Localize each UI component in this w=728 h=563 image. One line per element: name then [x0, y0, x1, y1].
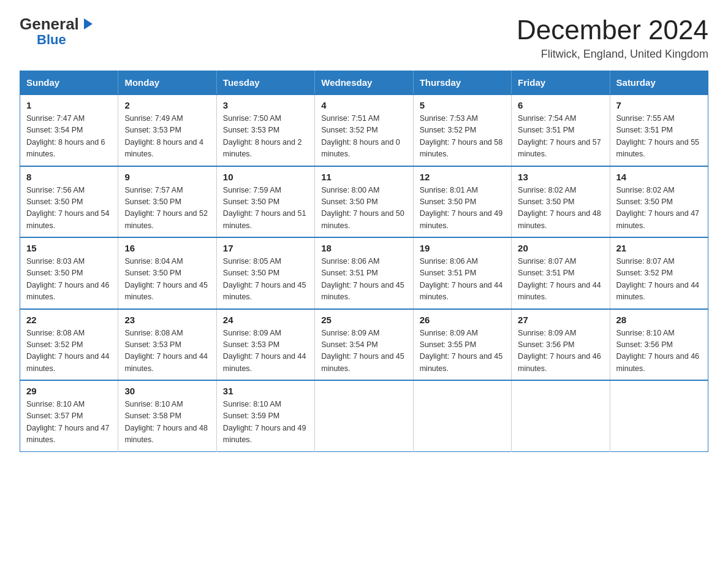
day-number: 12 [420, 172, 505, 182]
col-thursday: Thursday [413, 71, 511, 95]
calendar-cell: 31 Sunrise: 8:10 AMSunset: 3:59 PMDaylig… [216, 380, 314, 451]
calendar-cell: 1 Sunrise: 7:47 AMSunset: 3:54 PMDayligh… [20, 94, 118, 166]
day-info: Sunrise: 7:53 AMSunset: 3:52 PMDaylight:… [420, 113, 505, 161]
col-saturday: Saturday [610, 71, 708, 95]
day-info: Sunrise: 7:54 AMSunset: 3:51 PMDaylight:… [518, 113, 603, 161]
day-number: 8 [26, 172, 112, 182]
calendar-header-row: Sunday Monday Tuesday Wednesday Thursday… [20, 71, 708, 95]
logo-general-text: General [20, 16, 79, 32]
col-monday: Monday [118, 71, 216, 95]
day-info: Sunrise: 8:06 AMSunset: 3:51 PMDaylight:… [321, 256, 406, 304]
calendar-cell: 12 Sunrise: 8:01 AMSunset: 3:50 PMDaylig… [413, 166, 511, 238]
calendar-cell: 15 Sunrise: 8:03 AMSunset: 3:50 PMDaylig… [20, 237, 118, 309]
calendar-cell [413, 380, 511, 451]
logo-arrow-icon [82, 17, 95, 31]
page-header: General Blue December 2024 Flitwick, Eng… [20, 15, 708, 61]
day-info: Sunrise: 7:55 AMSunset: 3:51 PMDaylight:… [616, 113, 702, 161]
logo-blue-text: Blue [37, 32, 66, 48]
calendar-week-row: 1 Sunrise: 7:47 AMSunset: 3:54 PMDayligh… [20, 94, 708, 166]
day-info: Sunrise: 8:09 AMSunset: 3:53 PMDaylight:… [223, 327, 308, 375]
calendar-cell: 14 Sunrise: 8:02 AMSunset: 3:50 PMDaylig… [610, 166, 708, 238]
calendar-cell: 11 Sunrise: 8:00 AMSunset: 3:50 PMDaylig… [315, 166, 413, 238]
day-info: Sunrise: 8:10 AMSunset: 3:56 PMDaylight:… [616, 327, 702, 375]
col-wednesday: Wednesday [315, 71, 413, 95]
day-number: 28 [616, 315, 702, 325]
day-number: 7 [616, 100, 702, 110]
calendar-cell [610, 380, 708, 451]
calendar-cell: 30 Sunrise: 8:10 AMSunset: 3:58 PMDaylig… [118, 380, 216, 451]
day-number: 23 [124, 315, 210, 325]
day-info: Sunrise: 8:10 AMSunset: 3:58 PMDaylight:… [124, 399, 210, 446]
day-number: 30 [124, 386, 210, 396]
day-info: Sunrise: 8:01 AMSunset: 3:50 PMDaylight:… [420, 185, 505, 232]
calendar-cell [512, 380, 610, 451]
calendar-week-row: 15 Sunrise: 8:03 AMSunset: 3:50 PMDaylig… [20, 237, 708, 309]
day-number: 16 [124, 243, 210, 253]
svg-marker-0 [84, 18, 93, 29]
day-number: 14 [616, 172, 702, 182]
col-tuesday: Tuesday [216, 71, 314, 95]
title-section: December 2024 Flitwick, England, United … [517, 15, 708, 61]
day-number: 2 [124, 100, 210, 110]
day-info: Sunrise: 8:05 AMSunset: 3:50 PMDaylight:… [223, 256, 308, 304]
calendar-cell: 13 Sunrise: 8:02 AMSunset: 3:50 PMDaylig… [512, 166, 610, 238]
calendar-cell: 27 Sunrise: 8:09 AMSunset: 3:56 PMDaylig… [512, 309, 610, 381]
day-info: Sunrise: 8:00 AMSunset: 3:50 PMDaylight:… [321, 185, 406, 232]
day-info: Sunrise: 7:56 AMSunset: 3:50 PMDaylight:… [26, 185, 112, 232]
calendar-cell: 20 Sunrise: 8:07 AMSunset: 3:51 PMDaylig… [512, 237, 610, 309]
day-number: 26 [420, 315, 505, 325]
day-info: Sunrise: 8:02 AMSunset: 3:50 PMDaylight:… [518, 185, 603, 232]
day-number: 9 [124, 172, 210, 182]
calendar-cell: 19 Sunrise: 8:06 AMSunset: 3:51 PMDaylig… [413, 237, 511, 309]
day-info: Sunrise: 8:08 AMSunset: 3:53 PMDaylight:… [124, 327, 210, 375]
day-info: Sunrise: 8:10 AMSunset: 3:57 PMDaylight:… [26, 399, 112, 446]
day-number: 18 [321, 243, 406, 253]
day-number: 10 [223, 172, 308, 182]
calendar-cell: 22 Sunrise: 8:08 AMSunset: 3:52 PMDaylig… [20, 309, 118, 381]
day-number: 6 [518, 100, 603, 110]
day-info: Sunrise: 8:04 AMSunset: 3:50 PMDaylight:… [124, 256, 210, 304]
calendar-cell: 5 Sunrise: 7:53 AMSunset: 3:52 PMDayligh… [413, 94, 511, 166]
calendar-cell: 6 Sunrise: 7:54 AMSunset: 3:51 PMDayligh… [512, 94, 610, 166]
calendar-cell [315, 380, 413, 451]
day-number: 4 [321, 100, 406, 110]
day-info: Sunrise: 8:09 AMSunset: 3:56 PMDaylight:… [518, 327, 603, 375]
calendar-title: December 2024 [517, 15, 708, 45]
day-info: Sunrise: 7:57 AMSunset: 3:50 PMDaylight:… [124, 185, 210, 232]
day-number: 1 [26, 100, 112, 110]
calendar-week-row: 22 Sunrise: 8:08 AMSunset: 3:52 PMDaylig… [20, 309, 708, 381]
calendar-cell: 28 Sunrise: 8:10 AMSunset: 3:56 PMDaylig… [610, 309, 708, 381]
day-number: 24 [223, 315, 308, 325]
day-info: Sunrise: 8:10 AMSunset: 3:59 PMDaylight:… [223, 399, 308, 446]
day-info: Sunrise: 8:06 AMSunset: 3:51 PMDaylight:… [420, 256, 505, 304]
calendar-week-row: 8 Sunrise: 7:56 AMSunset: 3:50 PMDayligh… [20, 166, 708, 238]
calendar-cell: 9 Sunrise: 7:57 AMSunset: 3:50 PMDayligh… [118, 166, 216, 238]
day-info: Sunrise: 7:50 AMSunset: 3:53 PMDaylight:… [223, 113, 308, 161]
calendar-cell: 7 Sunrise: 7:55 AMSunset: 3:51 PMDayligh… [610, 94, 708, 166]
day-info: Sunrise: 8:07 AMSunset: 3:51 PMDaylight:… [518, 256, 603, 304]
day-number: 29 [26, 386, 112, 396]
day-info: Sunrise: 8:08 AMSunset: 3:52 PMDaylight:… [26, 327, 112, 375]
calendar-cell: 16 Sunrise: 8:04 AMSunset: 3:50 PMDaylig… [118, 237, 216, 309]
calendar-subtitle: Flitwick, England, United Kingdom [517, 48, 708, 61]
calendar-cell: 29 Sunrise: 8:10 AMSunset: 3:57 PMDaylig… [20, 380, 118, 451]
calendar-cell: 24 Sunrise: 8:09 AMSunset: 3:53 PMDaylig… [216, 309, 314, 381]
day-number: 3 [223, 100, 308, 110]
day-number: 31 [223, 386, 308, 396]
day-info: Sunrise: 7:49 AMSunset: 3:53 PMDaylight:… [124, 113, 210, 161]
day-number: 19 [420, 243, 505, 253]
logo: General Blue [20, 15, 95, 48]
col-friday: Friday [512, 71, 610, 95]
day-number: 22 [26, 315, 112, 325]
day-number: 15 [26, 243, 112, 253]
day-info: Sunrise: 8:02 AMSunset: 3:50 PMDaylight:… [616, 185, 702, 232]
calendar-week-row: 29 Sunrise: 8:10 AMSunset: 3:57 PMDaylig… [20, 380, 708, 451]
day-info: Sunrise: 8:03 AMSunset: 3:50 PMDaylight:… [26, 256, 112, 304]
col-sunday: Sunday [20, 71, 118, 95]
day-number: 13 [518, 172, 603, 182]
day-number: 21 [616, 243, 702, 253]
calendar-cell: 8 Sunrise: 7:56 AMSunset: 3:50 PMDayligh… [20, 166, 118, 238]
day-info: Sunrise: 7:51 AMSunset: 3:52 PMDaylight:… [321, 113, 406, 161]
day-info: Sunrise: 8:09 AMSunset: 3:54 PMDaylight:… [321, 327, 406, 375]
day-number: 17 [223, 243, 308, 253]
